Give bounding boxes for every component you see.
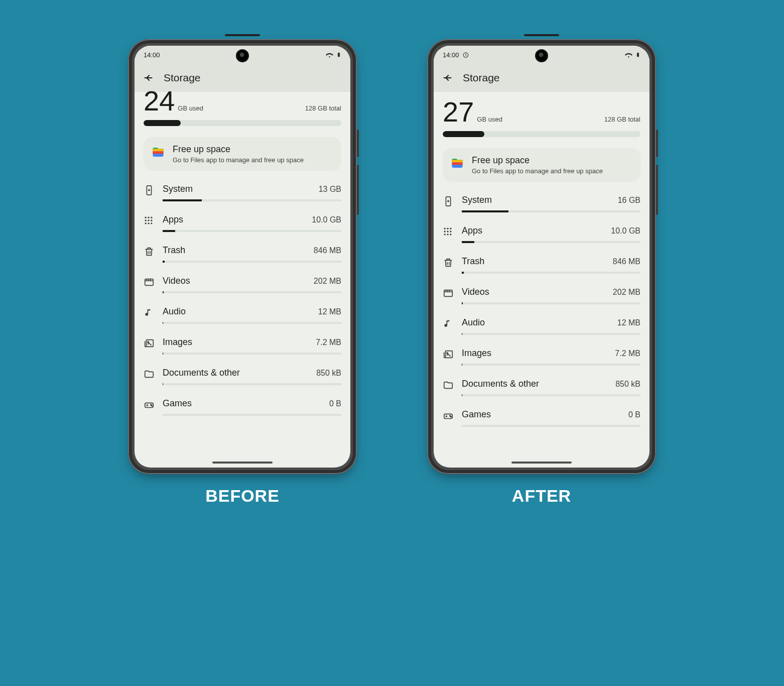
system-icon: [443, 196, 454, 207]
category-bar: [163, 291, 341, 293]
svg-point-36: [450, 234, 451, 235]
navigation-pill[interactable]: [511, 462, 572, 464]
games-icon: [144, 399, 155, 410]
category-name: Images: [163, 337, 192, 348]
category-bar: [462, 210, 640, 212]
storage-category-audio[interactable]: Audio 12 MB: [443, 317, 640, 335]
storage-category-games[interactable]: Games 0 B: [144, 398, 341, 416]
system-icon: [144, 185, 155, 196]
card-title: Free up space: [472, 155, 603, 166]
svg-rect-0: [338, 53, 340, 57]
card-subtitle: Go to Files app to manage and free up sp…: [173, 156, 304, 164]
status-time: 14:00: [144, 51, 160, 59]
trash-icon: [443, 257, 454, 268]
storage-category-apps[interactable]: Apps 10.0 GB: [144, 214, 341, 232]
camera-cutout: [236, 49, 249, 62]
app-bar: Storage: [434, 64, 649, 92]
category-value: 846 MB: [314, 246, 341, 255]
usage-number: 24: [144, 87, 175, 115]
category-bar: [462, 302, 640, 304]
back-button[interactable]: [442, 72, 453, 83]
category-bar: [462, 272, 640, 274]
category-value: 0 B: [329, 399, 341, 408]
category-value: 16 GB: [618, 196, 640, 205]
storage-category-games[interactable]: Games 0 B: [443, 409, 640, 427]
caption-1: AFTER: [512, 486, 571, 506]
folder-icon: [144, 369, 155, 380]
audio-icon: [443, 318, 454, 329]
category-value: 12 MB: [318, 307, 341, 316]
category-value: 12 MB: [617, 318, 640, 327]
apps-icon: [144, 215, 155, 226]
category-value: 202 MB: [314, 277, 341, 286]
apps-icon: [443, 226, 454, 238]
svg-point-34: [444, 234, 446, 235]
storage-category-system[interactable]: System 13 GB: [144, 184, 341, 201]
category-bar: [163, 322, 341, 324]
card-title: Free up space: [173, 144, 304, 155]
svg-point-13: [148, 222, 149, 224]
wifi-icon: [625, 51, 632, 59]
storage-category-audio[interactable]: Audio 12 MB: [144, 306, 341, 324]
storage-category-video[interactable]: Videos 202 MB: [144, 276, 341, 293]
usage-summary: 27 GB used 128 GB total: [443, 98, 640, 126]
games-icon: [443, 410, 454, 421]
category-name: Games: [163, 398, 192, 409]
status-time: 14:00: [443, 51, 459, 59]
audio-icon: [144, 307, 155, 318]
category-bar: [163, 353, 341, 355]
category-value: 7.2 MB: [615, 349, 640, 358]
category-bar: [462, 425, 640, 427]
svg-rect-1: [338, 52, 339, 53]
storage-category-folder[interactable]: Documents & other 850 kB: [144, 368, 341, 385]
usage-bar: [144, 120, 341, 126]
battery-icon: [336, 51, 341, 59]
svg-rect-15: [145, 279, 154, 286]
image-icon: [443, 349, 454, 360]
svg-point-20: [152, 405, 153, 406]
category-value: 0 B: [628, 410, 640, 419]
svg-point-30: [450, 228, 451, 230]
phone-frame-0: 14:00 Storage 24: [128, 39, 357, 474]
video-icon: [144, 277, 155, 288]
category-value: 10.0 GB: [611, 226, 640, 236]
svg-point-6: [145, 217, 147, 218]
storage-category-apps[interactable]: Apps 10.0 GB: [443, 225, 640, 243]
video-icon: [443, 288, 454, 299]
storage-category-image[interactable]: Images 7.2 MB: [443, 348, 640, 366]
category-name: Audio: [163, 306, 186, 317]
category-value: 13 GB: [319, 185, 341, 194]
svg-point-33: [450, 231, 451, 232]
free-up-space-card[interactable]: Free up space Go to Files app to manage …: [144, 137, 341, 171]
svg-point-31: [444, 231, 446, 232]
svg-point-17: [148, 341, 149, 342]
free-up-space-card[interactable]: Free up space Go to Files app to manage …: [443, 148, 640, 182]
caption-0: BEFORE: [205, 486, 280, 506]
navigation-pill[interactable]: [212, 462, 273, 464]
image-icon: [144, 338, 155, 349]
wifi-icon: [326, 51, 333, 59]
trash-icon: [144, 246, 155, 257]
svg-point-28: [444, 228, 446, 230]
svg-point-39: [447, 353, 448, 354]
folder-icon: [443, 380, 454, 391]
category-name: Trash: [163, 245, 185, 256]
category-value: 202 MB: [613, 288, 640, 297]
storage-category-image[interactable]: Images 7.2 MB: [144, 337, 341, 355]
svg-point-42: [451, 416, 452, 417]
usage-unit: GB used: [477, 116, 502, 123]
storage-category-system[interactable]: System 16 GB: [443, 195, 640, 212]
category-value: 850 kB: [615, 380, 640, 389]
storage-category-folder[interactable]: Documents & other 850 kB: [443, 379, 640, 396]
category-name: Apps: [163, 214, 183, 225]
category-name: System: [462, 195, 492, 205]
storage-category-trash[interactable]: Trash 846 MB: [443, 256, 640, 274]
category-bar: [163, 199, 341, 201]
storage-category-trash[interactable]: Trash 846 MB: [144, 245, 341, 263]
camera-cutout: [535, 49, 548, 62]
category-value: 850 kB: [316, 369, 341, 378]
storage-category-video[interactable]: Videos 202 MB: [443, 287, 640, 304]
category-bar: [462, 364, 640, 366]
category-name: Games: [462, 409, 491, 420]
back-button[interactable]: [143, 72, 154, 83]
